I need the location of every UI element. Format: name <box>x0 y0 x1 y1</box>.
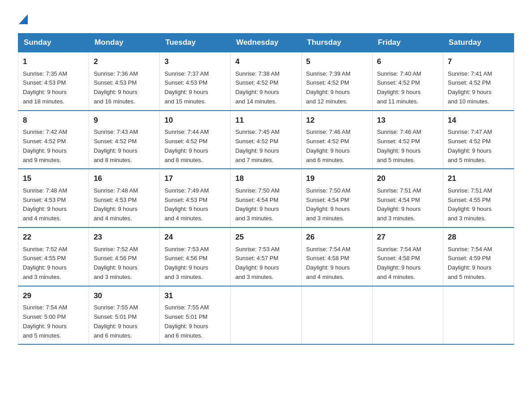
day-number: 21 <box>448 173 509 184</box>
calendar-cell <box>301 286 372 345</box>
calendar-cell: 31 Sunrise: 7:55 AMSunset: 5:01 PMDaylig… <box>160 286 231 345</box>
calendar-cell: 16 Sunrise: 7:48 AMSunset: 4:53 PMDaylig… <box>89 169 160 227</box>
calendar-cell: 1 Sunrise: 7:35 AMSunset: 4:53 PMDayligh… <box>18 52 89 111</box>
day-number: 26 <box>306 231 368 243</box>
day-info: Sunrise: 7:48 AMSunset: 4:53 PMDaylight:… <box>94 187 138 222</box>
calendar-cell: 12 Sunrise: 7:46 AMSunset: 4:52 PMDaylig… <box>301 111 372 169</box>
calendar-cell: 2 Sunrise: 7:36 AMSunset: 4:53 PMDayligh… <box>89 52 160 111</box>
day-number: 22 <box>23 231 84 243</box>
calendar-week-1: 1 Sunrise: 7:35 AMSunset: 4:53 PMDayligh… <box>18 52 514 111</box>
day-info: Sunrise: 7:48 AMSunset: 4:53 PMDaylight:… <box>23 187 67 222</box>
day-info: Sunrise: 7:37 AMSunset: 4:53 PMDaylight:… <box>164 70 209 105</box>
col-header-sunday: Sunday <box>18 34 89 52</box>
day-number: 18 <box>235 173 296 184</box>
day-info: Sunrise: 7:53 AMSunset: 4:57 PMDaylight:… <box>235 246 279 280</box>
day-number: 12 <box>306 115 368 126</box>
day-info: Sunrise: 7:36 AMSunset: 4:53 PMDaylight:… <box>94 70 138 105</box>
calendar-cell: 8 Sunrise: 7:42 AMSunset: 4:52 PMDayligh… <box>18 111 89 169</box>
calendar-cell: 15 Sunrise: 7:48 AMSunset: 4:53 PMDaylig… <box>18 169 89 227</box>
day-info: Sunrise: 7:35 AMSunset: 4:53 PMDaylight:… <box>23 70 67 105</box>
day-info: Sunrise: 7:49 AMSunset: 4:53 PMDaylight:… <box>164 187 209 222</box>
day-number: 23 <box>94 231 155 243</box>
calendar-cell: 19 Sunrise: 7:50 AMSunset: 4:54 PMDaylig… <box>301 169 372 227</box>
calendar-cell: 13 Sunrise: 7:46 AMSunset: 4:52 PMDaylig… <box>372 111 443 169</box>
day-number: 31 <box>164 290 226 302</box>
day-info: Sunrise: 7:50 AMSunset: 4:54 PMDaylight:… <box>235 187 279 222</box>
calendar-cell: 6 Sunrise: 7:40 AMSunset: 4:52 PMDayligh… <box>372 52 443 111</box>
day-info: Sunrise: 7:51 AMSunset: 4:54 PMDaylight:… <box>377 187 421 222</box>
calendar-cell: 27 Sunrise: 7:54 AMSunset: 4:58 PMDaylig… <box>372 227 443 286</box>
calendar-cell: 22 Sunrise: 7:52 AMSunset: 4:55 PMDaylig… <box>18 227 89 286</box>
day-number: 6 <box>377 56 438 68</box>
calendar-cell <box>231 286 301 345</box>
day-info: Sunrise: 7:52 AMSunset: 4:55 PMDaylight:… <box>23 246 67 280</box>
calendar-week-2: 8 Sunrise: 7:42 AMSunset: 4:52 PMDayligh… <box>18 111 514 169</box>
calendar-cell: 21 Sunrise: 7:51 AMSunset: 4:55 PMDaylig… <box>443 169 514 227</box>
day-info: Sunrise: 7:43 AMSunset: 4:52 PMDaylight:… <box>94 128 138 163</box>
calendar-week-3: 15 Sunrise: 7:48 AMSunset: 4:53 PMDaylig… <box>18 169 514 227</box>
day-number: 17 <box>164 173 226 184</box>
calendar-cell: 14 Sunrise: 7:47 AMSunset: 4:52 PMDaylig… <box>443 111 514 169</box>
calendar-cell: 10 Sunrise: 7:44 AMSunset: 4:52 PMDaylig… <box>160 111 231 169</box>
day-number: 5 <box>306 56 368 68</box>
day-info: Sunrise: 7:54 AMSunset: 4:59 PMDaylight:… <box>448 246 492 280</box>
day-number: 8 <box>23 115 84 126</box>
calendar-cell: 3 Sunrise: 7:37 AMSunset: 4:53 PMDayligh… <box>160 52 231 111</box>
day-number: 10 <box>164 115 226 126</box>
calendar-table: SundayMondayTuesdayWednesdayThursdayFrid… <box>18 33 514 345</box>
calendar-cell: 26 Sunrise: 7:54 AMSunset: 4:58 PMDaylig… <box>301 227 372 286</box>
page-header <box>18 13 514 24</box>
calendar-cell: 11 Sunrise: 7:45 AMSunset: 4:52 PMDaylig… <box>231 111 301 169</box>
calendar-week-4: 22 Sunrise: 7:52 AMSunset: 4:55 PMDaylig… <box>18 227 514 286</box>
day-info: Sunrise: 7:38 AMSunset: 4:52 PMDaylight:… <box>235 70 279 105</box>
calendar-header: SundayMondayTuesdayWednesdayThursdayFrid… <box>18 34 514 52</box>
day-info: Sunrise: 7:54 AMSunset: 4:58 PMDaylight:… <box>306 246 351 280</box>
logo-triangle-icon <box>19 14 28 24</box>
day-info: Sunrise: 7:54 AMSunset: 5:00 PMDaylight:… <box>23 304 67 338</box>
day-info: Sunrise: 7:54 AMSunset: 4:58 PMDaylight:… <box>377 246 421 280</box>
day-number: 4 <box>235 56 296 68</box>
day-number: 7 <box>448 56 509 68</box>
day-info: Sunrise: 7:39 AMSunset: 4:52 PMDaylight:… <box>306 70 351 105</box>
day-number: 16 <box>94 173 155 184</box>
calendar-cell <box>372 286 443 345</box>
day-info: Sunrise: 7:55 AMSunset: 5:01 PMDaylight:… <box>94 304 138 338</box>
day-info: Sunrise: 7:52 AMSunset: 4:56 PMDaylight:… <box>94 246 138 280</box>
calendar-body: 1 Sunrise: 7:35 AMSunset: 4:53 PMDayligh… <box>18 52 514 344</box>
col-header-thursday: Thursday <box>301 34 372 52</box>
day-info: Sunrise: 7:46 AMSunset: 4:52 PMDaylight:… <box>377 128 421 163</box>
calendar-week-5: 29 Sunrise: 7:54 AMSunset: 5:00 PMDaylig… <box>18 286 514 345</box>
calendar-cell <box>443 286 514 345</box>
day-info: Sunrise: 7:40 AMSunset: 4:52 PMDaylight:… <box>377 70 421 105</box>
day-number: 24 <box>164 231 226 243</box>
day-number: 25 <box>235 231 296 243</box>
day-info: Sunrise: 7:53 AMSunset: 4:56 PMDaylight:… <box>164 246 209 280</box>
calendar-cell: 7 Sunrise: 7:41 AMSunset: 4:52 PMDayligh… <box>443 52 514 111</box>
calendar-cell: 5 Sunrise: 7:39 AMSunset: 4:52 PMDayligh… <box>301 52 372 111</box>
day-info: Sunrise: 7:42 AMSunset: 4:52 PMDaylight:… <box>23 128 67 163</box>
day-info: Sunrise: 7:45 AMSunset: 4:52 PMDaylight:… <box>235 128 279 163</box>
day-info: Sunrise: 7:46 AMSunset: 4:52 PMDaylight:… <box>306 128 351 163</box>
col-header-saturday: Saturday <box>443 34 514 52</box>
col-header-monday: Monday <box>89 34 160 52</box>
calendar-cell: 9 Sunrise: 7:43 AMSunset: 4:52 PMDayligh… <box>89 111 160 169</box>
calendar-cell: 4 Sunrise: 7:38 AMSunset: 4:52 PMDayligh… <box>231 52 301 111</box>
day-info: Sunrise: 7:41 AMSunset: 4:52 PMDaylight:… <box>448 70 492 105</box>
calendar-cell: 29 Sunrise: 7:54 AMSunset: 5:00 PMDaylig… <box>18 286 89 345</box>
col-header-tuesday: Tuesday <box>160 34 231 52</box>
day-info: Sunrise: 7:44 AMSunset: 4:52 PMDaylight:… <box>164 128 209 163</box>
col-header-friday: Friday <box>372 34 443 52</box>
day-number: 11 <box>235 115 296 126</box>
day-number: 20 <box>377 173 438 184</box>
calendar-cell: 18 Sunrise: 7:50 AMSunset: 4:54 PMDaylig… <box>231 169 301 227</box>
day-info: Sunrise: 7:50 AMSunset: 4:54 PMDaylight:… <box>306 187 351 222</box>
day-number: 13 <box>377 115 438 126</box>
day-number: 29 <box>23 290 84 302</box>
day-number: 30 <box>94 290 155 302</box>
calendar-cell: 30 Sunrise: 7:55 AMSunset: 5:01 PMDaylig… <box>89 286 160 345</box>
day-info: Sunrise: 7:55 AMSunset: 5:01 PMDaylight:… <box>164 304 209 338</box>
calendar-cell: 23 Sunrise: 7:52 AMSunset: 4:56 PMDaylig… <box>89 227 160 286</box>
day-number: 3 <box>164 56 226 68</box>
calendar-cell: 25 Sunrise: 7:53 AMSunset: 4:57 PMDaylig… <box>231 227 301 286</box>
day-number: 15 <box>23 173 84 184</box>
